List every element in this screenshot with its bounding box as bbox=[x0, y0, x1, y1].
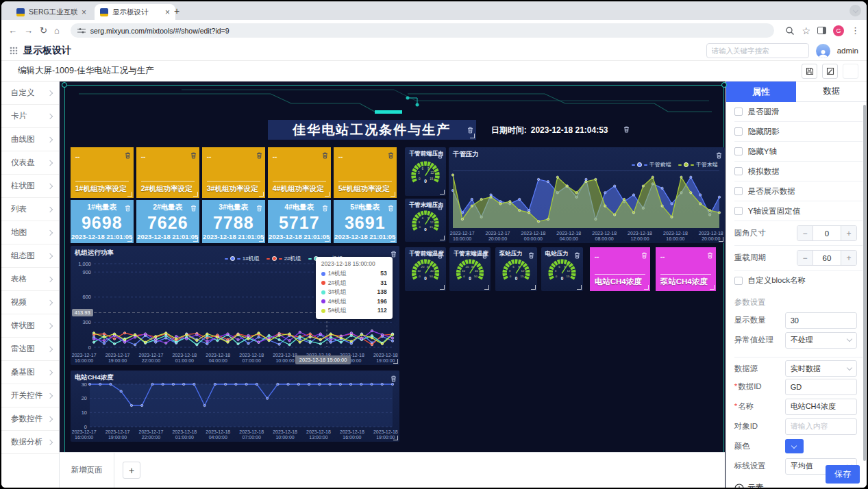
delete-widget-icon[interactable] bbox=[125, 149, 131, 162]
sidebar-item-数据分析[interactable]: 数据分析 bbox=[1, 431, 59, 454]
sidebar-item-列表[interactable]: 列表 bbox=[1, 198, 59, 221]
field-select[interactable]: 实时数据 bbox=[785, 360, 857, 377]
sidebar-item-开关控件[interactable]: 开关控件 bbox=[1, 384, 59, 408]
selection-handle-top-left[interactable] bbox=[62, 82, 67, 88]
sidebar-item-桑基图[interactable]: 桑基图 bbox=[1, 361, 59, 384]
window-menu-button[interactable] bbox=[850, 5, 861, 16]
checkbox[interactable] bbox=[734, 277, 743, 285]
delete-widget-icon[interactable] bbox=[707, 249, 713, 262]
new-tab-button[interactable]: + bbox=[174, 5, 179, 16]
save-screen-button[interactable] bbox=[802, 64, 817, 79]
delete-widget-icon[interactable] bbox=[322, 202, 328, 214]
kebab-menu-icon[interactable]: ⋮ bbox=[851, 25, 860, 36]
legend-item[interactable]: 1#机组 bbox=[225, 255, 260, 262]
delete-widget-icon[interactable] bbox=[322, 149, 328, 162]
datetime-widget[interactable]: 日期时间: 2023-12-18 21:04:53 bbox=[491, 123, 649, 138]
delete-widget-icon[interactable] bbox=[623, 125, 630, 135]
field-input[interactable]: GD bbox=[785, 379, 857, 395]
resize-handle[interactable] bbox=[390, 237, 395, 242]
sidebar-item-卡片[interactable]: 卡片 bbox=[1, 105, 59, 128]
delete-widget-icon[interactable] bbox=[388, 202, 394, 214]
sidebar-item-表格[interactable]: 表格 bbox=[1, 268, 59, 291]
ch4-card[interactable]: --泵站CH4浓度 bbox=[656, 247, 716, 291]
property-checkbox-隐藏阴影[interactable]: 隐藏阴影 bbox=[734, 122, 863, 142]
ch4-card[interactable]: --电站CH4浓度 bbox=[590, 247, 650, 291]
user-avatar[interactable] bbox=[816, 44, 830, 58]
gauge-干管末端压力[interactable]: 干管末端压力036912150 bbox=[405, 199, 446, 242]
sidebar-item-组态图[interactable]: 组态图 bbox=[1, 244, 59, 268]
delete-widget-icon[interactable] bbox=[388, 149, 394, 162]
meter-card[interactable]: 5#电量表36912023-12-18 21:01:05 bbox=[334, 200, 397, 243]
field-input[interactable]: 请输入内容 bbox=[785, 418, 857, 435]
resize-handle[interactable] bbox=[644, 285, 649, 290]
color-swatch[interactable] bbox=[785, 439, 804, 453]
forward-icon[interactable]: → bbox=[24, 25, 33, 36]
tab-data[interactable]: 数据 bbox=[796, 82, 867, 102]
increment-button[interactable]: + bbox=[841, 226, 856, 240]
chart-机组运行功率[interactable]: 机组运行功率03006009001,000413.932023-12-17 16… bbox=[71, 246, 399, 365]
sidebar-item-雷达图[interactable]: 雷达图 bbox=[1, 338, 59, 361]
checkbox[interactable] bbox=[734, 167, 743, 175]
delete-widget-icon[interactable] bbox=[256, 149, 262, 162]
extra-tool-button[interactable] bbox=[843, 64, 858, 79]
browser-tab-display-design[interactable]: 显示板设计 × bbox=[95, 4, 175, 20]
delete-widget-icon[interactable] bbox=[125, 202, 131, 214]
gauge-干管前端温度[interactable]: 干管前端温度010203040500 bbox=[405, 247, 446, 291]
panel-scrollbar[interactable] bbox=[863, 105, 866, 461]
legend-item[interactable]: 干管末端 bbox=[678, 161, 718, 168]
meter-card[interactable]: 4#电量表57172023-12-18 21:01:05 bbox=[268, 200, 331, 243]
resize-handle[interactable] bbox=[325, 192, 330, 197]
browser-tab-serg[interactable]: SERG工业互联网平台 × bbox=[11, 4, 92, 20]
save-button[interactable]: 保存 bbox=[826, 465, 860, 484]
bookmark-star-icon[interactable]: ☆ bbox=[802, 25, 810, 36]
meter-card[interactable]: 3#电量表77882023-12-18 21:01:05 bbox=[202, 200, 265, 243]
resize-handle[interactable] bbox=[127, 237, 132, 242]
delete-widget-icon[interactable] bbox=[190, 202, 197, 214]
power-set-card[interactable]: --3#机组功率设定 bbox=[202, 147, 265, 198]
power-set-card[interactable]: --1#机组功率设定 bbox=[71, 147, 134, 198]
grid-menu-icon[interactable] bbox=[10, 47, 18, 55]
property-checkbox-block-name[interactable]: 自定义block名称 bbox=[734, 271, 863, 290]
delete-widget-icon[interactable] bbox=[641, 249, 647, 262]
resize-handle[interactable] bbox=[259, 192, 264, 197]
gauge-干管末端温度[interactable]: 干管末端温度010203040500 bbox=[449, 247, 491, 291]
meter-card[interactable]: 1#电量表96982023-12-18 21:01:05 bbox=[71, 200, 134, 243]
checkbox[interactable] bbox=[734, 207, 743, 215]
resize-handle[interactable] bbox=[127, 192, 132, 197]
gauge-干管前端压力[interactable]: 干管前端压力036912150 bbox=[405, 147, 446, 196]
field-input[interactable]: 电站CH4浓度 bbox=[785, 399, 857, 415]
resize-handle[interactable] bbox=[259, 237, 264, 242]
address-bar[interactable]: serg.mixyun.com/mixtools/#/show/edit?id=… bbox=[71, 23, 775, 38]
property-checkbox-模拟数据[interactable]: 模拟数据 bbox=[734, 162, 863, 181]
checkbox[interactable] bbox=[734, 108, 743, 116]
chart-干管压力[interactable]: 干管压力2023-12-17 16:00:002023-12-17 20:00:… bbox=[449, 147, 725, 243]
selection-handle-top-right[interactable] bbox=[721, 82, 727, 88]
resize-handle[interactable] bbox=[325, 237, 330, 242]
resize-handle[interactable] bbox=[390, 192, 395, 197]
stepper-value[interactable]: 60 bbox=[813, 251, 841, 265]
power-set-card[interactable]: --4#机组功率设定 bbox=[268, 147, 331, 198]
search-input[interactable] bbox=[712, 47, 804, 55]
add-page-button[interactable]: + bbox=[123, 462, 140, 479]
sidebar-item-仪表盘[interactable]: 仪表盘 bbox=[1, 151, 59, 175]
page-tab-new[interactable]: 新增页面 bbox=[60, 453, 114, 488]
checkbox[interactable] bbox=[734, 127, 743, 136]
gauge-泵站压力[interactable]: 泵站压力036912150 bbox=[495, 247, 537, 291]
sidebar-item-曲线图[interactable]: 曲线图 bbox=[1, 128, 59, 151]
meter-card[interactable]: 2#电量表76262023-12-18 21:01:05 bbox=[136, 200, 199, 243]
back-icon[interactable]: ← bbox=[8, 25, 17, 36]
sidebar-item-饼状图[interactable]: 饼状图 bbox=[1, 314, 59, 338]
side-panel-icon[interactable] bbox=[817, 27, 826, 34]
property-checkbox-Y轴设置固定值[interactable]: Y轴设置固定值 bbox=[734, 201, 863, 221]
dashboard-title-widget[interactable]: 佳华电站工况条件与生产 bbox=[268, 120, 476, 140]
sidebar-item-自定义[interactable]: 自定义 bbox=[1, 82, 59, 105]
sidebar-item-柱状图[interactable]: 柱状图 bbox=[1, 175, 59, 198]
gauge-电站压力[interactable]: 电站压力036912150 bbox=[541, 247, 583, 291]
home-icon[interactable]: ⌂ bbox=[54, 25, 60, 36]
chrome-profile-avatar[interactable]: G bbox=[833, 25, 844, 36]
chart-电站CH4浓度[interactable]: 电站CH4浓度01020302023-12-17 16:00:002023-12… bbox=[71, 371, 399, 442]
field-select[interactable]: 不处理 bbox=[785, 332, 857, 349]
sidebar-item-视频[interactable]: 视频 bbox=[1, 291, 59, 314]
tab-close-icon[interactable]: × bbox=[82, 8, 86, 17]
sidebar-item-参数控件[interactable]: 参数控件 bbox=[1, 408, 59, 431]
